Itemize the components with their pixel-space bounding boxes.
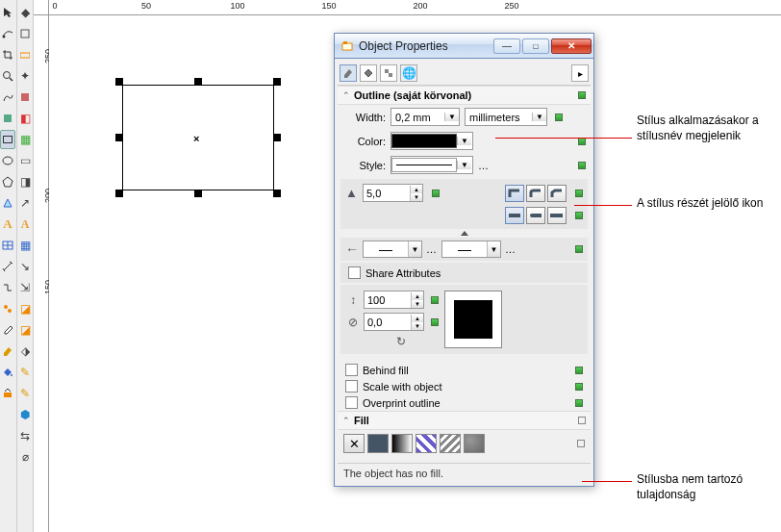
handle-mid-left[interactable]	[115, 134, 123, 141]
tool2-9[interactable]: ◨	[17, 171, 33, 192]
style-indicator-icon[interactable]	[575, 245, 583, 253]
tool2-12[interactable]: ▦	[17, 235, 33, 256]
units-dropdown[interactable]: millimeters ▼	[465, 108, 547, 126]
interactive-fill-tool[interactable]	[0, 383, 15, 404]
linestyle-dropdown[interactable]: ▼	[390, 156, 473, 174]
angle-input[interactable]: ▲▼	[364, 313, 424, 331]
style-indicator-icon[interactable]	[432, 190, 440, 197]
text-tool[interactable]: A	[0, 214, 15, 235]
style-indicator-icon[interactable]	[575, 190, 583, 197]
outline-tool[interactable]	[0, 341, 15, 362]
corner-round-button[interactable]	[526, 185, 545, 202]
handle-top-right[interactable]	[273, 78, 281, 86]
tool2-4[interactable]: ✦	[17, 65, 33, 87]
tab-options[interactable]: ▸	[571, 64, 589, 82]
section-header-outline[interactable]: ⌃ Outline (saját körvonal)	[338, 86, 591, 105]
minimize-button[interactable]: —	[493, 38, 520, 54]
tool2-13[interactable]: ↘	[17, 256, 33, 277]
fill-pattern-button[interactable]	[416, 434, 437, 453]
table-tool[interactable]	[0, 235, 15, 256]
tool2-1[interactable]: ◆	[17, 2, 33, 23]
cap-round-button[interactable]	[526, 207, 545, 224]
style-indicator-icon[interactable]	[575, 212, 583, 219]
overprint-checkbox[interactable]	[345, 396, 358, 409]
selected-rectangle[interactable]: ×	[122, 85, 274, 190]
cap-flat-button[interactable]	[505, 207, 524, 224]
handle-top-left[interactable]	[115, 78, 123, 86]
stretch-input[interactable]: ▲▼	[364, 291, 424, 309]
dimension-tool[interactable]	[0, 256, 15, 277]
section-header-fill[interactable]: ⌃ Fill	[338, 411, 591, 430]
collapse-icon[interactable]: ⌃	[342, 416, 354, 425]
style-indicator-outline[interactable]	[578, 91, 586, 99]
ruler-vertical[interactable]: 250 200 150	[34, 15, 49, 532]
dropdown-arrow-icon[interactable]: ▼	[444, 113, 459, 121]
fill-none-button[interactable]: ✕	[343, 434, 365, 453]
tool2-5[interactable]	[17, 87, 33, 108]
color-dropdown[interactable]: ▼	[390, 132, 473, 150]
style-indicator-icon[interactable]	[555, 114, 563, 121]
tool2-15[interactable]: ◪	[17, 298, 33, 319]
shape-tool[interactable]	[0, 23, 15, 44]
tab-outline[interactable]	[340, 64, 357, 82]
freehand-tool[interactable]	[0, 87, 15, 108]
tool2-8[interactable]: ▭	[17, 150, 33, 171]
tool2-11[interactable]: A	[17, 214, 33, 235]
dropdown-arrow-icon[interactable]: ▼	[457, 137, 471, 145]
tool2-14[interactable]: ⇲	[17, 277, 33, 298]
ruler-origin[interactable]	[34, 0, 49, 15]
tool2-19[interactable]: ✎	[17, 383, 33, 404]
edit-style-button[interactable]: …	[478, 160, 490, 171]
tool2-3[interactable]	[17, 44, 33, 65]
connector-tool[interactable]	[0, 277, 15, 298]
tool2-21[interactable]: ⇆	[17, 425, 33, 446]
corner-miter-button[interactable]	[505, 185, 524, 202]
tool2-18[interactable]: ✎	[17, 362, 33, 383]
handle-mid-right[interactable]	[273, 134, 281, 141]
eyedropper-tool[interactable]	[0, 319, 15, 341]
expand-toggle-icon[interactable]	[461, 231, 468, 236]
handle-bottom-right[interactable]	[273, 190, 281, 197]
tab-transparency[interactable]	[380, 64, 397, 82]
tab-fill[interactable]	[360, 64, 377, 82]
nib-reset-button[interactable]: ↻	[396, 335, 439, 348]
behind-fill-checkbox[interactable]	[345, 364, 358, 376]
tool2-22[interactable]: ⌀	[17, 446, 33, 468]
corner-bevel-button[interactable]	[547, 185, 567, 202]
spin-down-icon[interactable]: ▼	[411, 193, 422, 201]
end-arrow-dropdown[interactable]: —▼	[441, 241, 501, 258]
handle-top-mid[interactable]	[194, 78, 202, 86]
style-indicator-fill[interactable]	[578, 417, 586, 424]
tool2-6[interactable]: ◧	[17, 108, 33, 129]
style-indicator-icon[interactable]	[578, 162, 586, 169]
end-arrow-options-button[interactable]: …	[505, 243, 516, 255]
polygon-tool[interactable]	[0, 171, 15, 192]
start-arrow-options-button[interactable]: …	[426, 243, 438, 255]
crop-tool[interactable]	[0, 44, 15, 65]
spin-up-icon[interactable]: ▲	[411, 186, 422, 193]
miter-limit-input[interactable]: ▲▼	[363, 184, 423, 202]
fill-solid-button[interactable]	[367, 434, 389, 453]
rectangle-tool[interactable]	[0, 130, 15, 149]
pick-tool[interactable]	[0, 2, 15, 23]
handle-bottom-mid[interactable]	[194, 190, 202, 197]
close-button[interactable]: ✕	[551, 38, 592, 54]
tool2-7[interactable]: ▦	[17, 129, 33, 150]
style-indicator-icon[interactable]	[577, 440, 585, 447]
tab-internet[interactable]: 🌐	[400, 64, 417, 82]
width-dropdown[interactable]: 0,2 mm ▼	[390, 108, 460, 126]
smart-fill-tool[interactable]	[0, 108, 15, 129]
fill-pattern2-button[interactable]	[440, 434, 461, 453]
tool2-20[interactable]: ⬢	[17, 404, 33, 425]
interactive-tool[interactable]	[0, 298, 15, 319]
ellipse-tool[interactable]	[0, 150, 15, 171]
style-indicator-icon[interactable]	[575, 367, 583, 374]
fill-gradient-button[interactable]	[391, 434, 413, 453]
fill-texture-button[interactable]	[464, 434, 485, 453]
style-indicator-icon[interactable]	[575, 399, 583, 407]
style-indicator-icon[interactable]	[431, 296, 439, 304]
zoom-tool[interactable]	[0, 65, 15, 87]
dropdown-arrow-icon[interactable]: ▼	[457, 161, 471, 169]
start-arrow-dropdown[interactable]: —▼	[363, 241, 422, 258]
dropdown-arrow-icon[interactable]: ▼	[532, 113, 546, 121]
